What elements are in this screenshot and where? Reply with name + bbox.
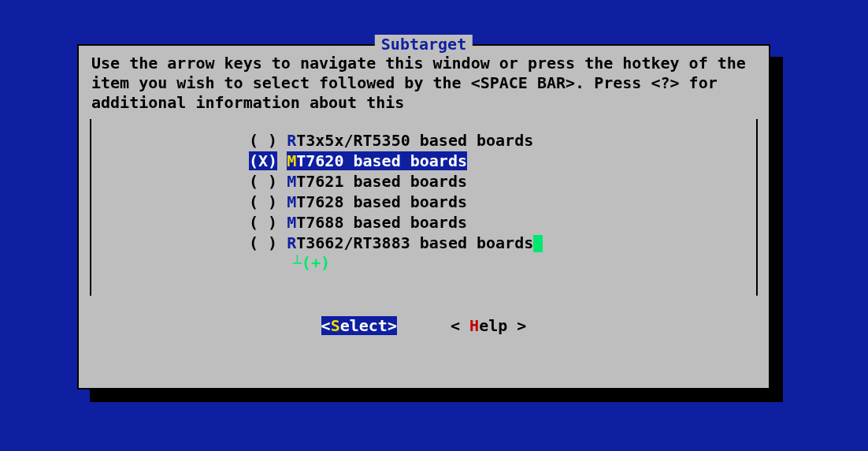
option-0[interactable]: ( ) RT3x5x/RT5350 based boards <box>91 130 756 151</box>
option-label: MT7628 based boards <box>287 192 467 211</box>
option-2[interactable]: ( ) MT7621 based boards <box>91 171 756 192</box>
option-radio: (X) <box>249 151 277 170</box>
option-label: RT3x5x/RT5350 based boards <box>287 131 533 150</box>
option-radio: ( ) <box>249 213 277 232</box>
option-label: MT7688 based boards <box>287 213 467 232</box>
more-indicator: ┴(+) <box>91 253 756 272</box>
option-label: MT7621 based boards <box>287 172 467 191</box>
option-hotkey: R <box>287 233 296 252</box>
button-bar: <Select> < Help > <box>79 302 769 335</box>
option-3[interactable]: ( ) MT7628 based boards <box>91 192 756 212</box>
option-radio: ( ) <box>249 172 277 191</box>
help-button[interactable]: < Help > <box>451 316 526 335</box>
option-hotkey: M <box>287 172 296 191</box>
select-button[interactable]: <Select> <box>321 316 397 335</box>
option-hotkey: M <box>287 192 296 211</box>
option-radio: ( ) <box>249 192 277 211</box>
options-list: ( ) RT3x5x/RT5350 based boards(X) MT7620… <box>90 119 758 296</box>
subtarget-dialog: Subtarget Use the arrow keys to navigate… <box>77 44 770 390</box>
option-label: MT7620 based boards <box>287 151 467 170</box>
option-hotkey: M <box>287 151 296 170</box>
dialog-instructions: Use the arrow keys to navigate this wind… <box>79 46 769 119</box>
dialog-title: Subtarget <box>375 35 473 54</box>
option-label: RT3662/RT3883 based boards <box>287 233 533 252</box>
option-radio: ( ) <box>249 131 277 150</box>
option-hotkey: M <box>287 213 296 232</box>
option-1[interactable]: (X) MT7620 based boards <box>91 151 756 171</box>
option-hotkey: R <box>287 131 296 150</box>
option-radio: ( ) <box>249 233 277 252</box>
option-5[interactable]: ( ) RT3662/RT3883 based boards <box>91 233 756 253</box>
option-4[interactable]: ( ) MT7688 based boards <box>91 212 756 233</box>
cursor-icon <box>533 235 543 252</box>
